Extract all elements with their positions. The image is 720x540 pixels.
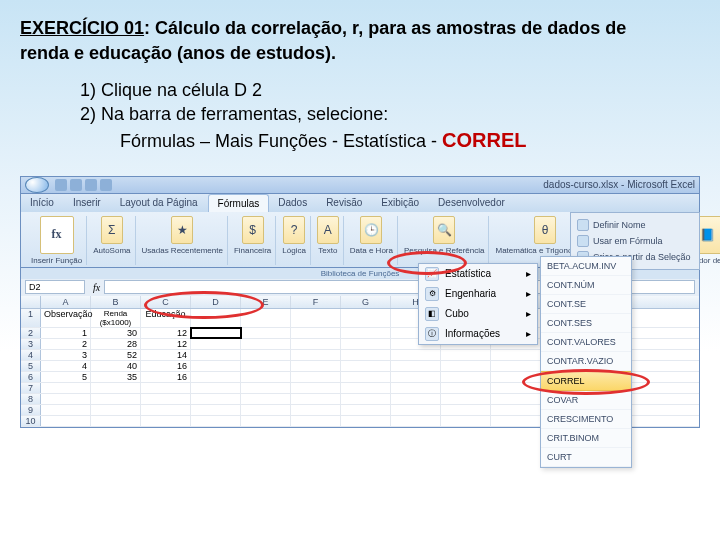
- ribbon-tabs: Início Inserir Layout da Página Fórmulas…: [20, 194, 700, 212]
- title-rest: : Cálculo da correlação, r, para as amos…: [144, 18, 626, 38]
- autosum-button[interactable]: Σ: [101, 216, 123, 244]
- tab-inicio[interactable]: Início: [21, 194, 64, 212]
- func-betaacuminv[interactable]: BETA.ACUM.INV: [541, 257, 631, 276]
- tab-exibicao[interactable]: Exibição: [372, 194, 429, 212]
- func-contarvazio[interactable]: CONTAR.VAZIO: [541, 352, 631, 371]
- excel-screenshot: dados-curso.xlsx - Microsoft Excel Iníci…: [20, 176, 700, 428]
- row-1-hdr[interactable]: 1: [21, 309, 41, 327]
- chevron-right-icon: ▸: [526, 288, 531, 299]
- info-icon: ⓘ: [425, 327, 439, 341]
- logical-button[interactable]: ?: [283, 216, 305, 244]
- cell-B2[interactable]: 30: [91, 328, 141, 338]
- row-2-hdr[interactable]: 2: [21, 328, 41, 338]
- menu-estatistica[interactable]: 📈Estatística▸: [419, 264, 537, 284]
- definir-nome[interactable]: Definir Nome: [593, 220, 646, 230]
- window-titlebar: dados-curso.xlsx - Microsoft Excel: [20, 176, 700, 194]
- window-title: dados-curso.xlsx - Microsoft Excel: [543, 179, 695, 190]
- tab-formulas[interactable]: Fórmulas: [208, 194, 270, 212]
- func-contvalores[interactable]: CONT.VALORES: [541, 333, 631, 352]
- col-E[interactable]: E: [241, 296, 291, 308]
- title-line2: renda e educação (anos de estudos).: [20, 43, 700, 64]
- col-C[interactable]: C: [141, 296, 191, 308]
- text-button[interactable]: A: [317, 216, 339, 244]
- col-D[interactable]: D: [191, 296, 241, 308]
- name-box[interactable]: D2: [25, 280, 85, 294]
- func-curt[interactable]: CURT: [541, 448, 631, 467]
- correl-keyword: CORREL: [442, 129, 526, 151]
- more-functions-menu: 📈Estatística▸ ⚙Engenharia▸ ◧Cubo▸ ⓘInfor…: [418, 263, 538, 345]
- menu-info[interactable]: ⓘInformações▸: [419, 324, 537, 344]
- formula-path: Fórmulas – Mais Funções - Estatística -: [120, 131, 442, 151]
- financial-button[interactable]: $: [242, 216, 264, 244]
- cell-A2[interactable]: 1: [41, 328, 91, 338]
- exercise-label: EXERCÍCIO 01: [20, 18, 144, 38]
- select-all-corner[interactable]: [21, 296, 41, 308]
- chevron-right-icon: ▸: [526, 328, 531, 339]
- step-1: 1) Clique na célula D 2: [80, 78, 700, 102]
- financial-label: Financeira: [234, 246, 271, 255]
- cell-D1[interactable]: [191, 309, 241, 327]
- col-G[interactable]: G: [341, 296, 391, 308]
- func-correl[interactable]: CORREL: [541, 371, 631, 391]
- name-icon: [577, 219, 589, 231]
- cell-A1[interactable]: Observação: [41, 309, 91, 327]
- cube-icon: ◧: [425, 307, 439, 321]
- tab-revisao[interactable]: Revisão: [317, 194, 372, 212]
- col-A[interactable]: A: [41, 296, 91, 308]
- func-crescimento[interactable]: CRESCIMENTO: [541, 410, 631, 429]
- func-contse[interactable]: CONT.SE: [541, 295, 631, 314]
- date-label: Data e Hora: [350, 246, 393, 255]
- formula-icon: [577, 235, 589, 247]
- tab-desenvolvedor[interactable]: Desenvolvedor: [429, 194, 515, 212]
- math-button[interactable]: θ: [534, 216, 556, 244]
- text-label: Texto: [318, 246, 337, 255]
- autosum-label: AutoSoma: [93, 246, 130, 255]
- menu-cubo[interactable]: ◧Cubo▸: [419, 304, 537, 324]
- lookup-button[interactable]: 🔍: [433, 216, 455, 244]
- col-B[interactable]: B: [91, 296, 141, 308]
- func-contses[interactable]: CONT.SES: [541, 314, 631, 333]
- tab-layout[interactable]: Layout da Página: [111, 194, 208, 212]
- eng-icon: ⚙: [425, 287, 439, 301]
- recent-label: Usadas Recentemente: [142, 246, 223, 255]
- usar-formula[interactable]: Usar em Fórmula: [593, 236, 663, 246]
- cell-D2[interactable]: [191, 328, 241, 338]
- date-button[interactable]: 🕒: [360, 216, 382, 244]
- chevron-right-icon: ▸: [526, 308, 531, 319]
- func-contnum[interactable]: CONT.NÚM: [541, 276, 631, 295]
- office-button[interactable]: [25, 177, 49, 193]
- quick-access-toolbar[interactable]: [55, 179, 112, 191]
- chevron-right-icon: ▸: [526, 268, 531, 279]
- insert-function-button[interactable]: fx: [40, 216, 74, 254]
- fx-icon[interactable]: fx: [93, 282, 100, 293]
- tab-dados[interactable]: Dados: [269, 194, 317, 212]
- cell-C2[interactable]: 12: [141, 328, 191, 338]
- lookup-label: Pesquisa e Referência: [404, 246, 485, 255]
- recent-button[interactable]: ★: [171, 216, 193, 244]
- statistical-function-list: BETA.ACUM.INV CONT.NÚM CONT.SE CONT.SES …: [540, 256, 632, 468]
- logical-label: Lógica: [282, 246, 306, 255]
- func-covar[interactable]: COVAR: [541, 391, 631, 410]
- menu-engenharia[interactable]: ⚙Engenharia▸: [419, 284, 537, 304]
- tab-inserir[interactable]: Inserir: [64, 194, 111, 212]
- stats-icon: 📈: [425, 267, 439, 281]
- insert-function-label: Inserir Função: [31, 256, 82, 265]
- cell-B1[interactable]: Renda ($x1000): [91, 309, 141, 327]
- col-F[interactable]: F: [291, 296, 341, 308]
- cell-C1[interactable]: Educação: [141, 309, 191, 327]
- func-critbinom[interactable]: CRIT.BINOM: [541, 429, 631, 448]
- step-2: 2) Na barra de ferramentas, selecione:: [80, 102, 700, 126]
